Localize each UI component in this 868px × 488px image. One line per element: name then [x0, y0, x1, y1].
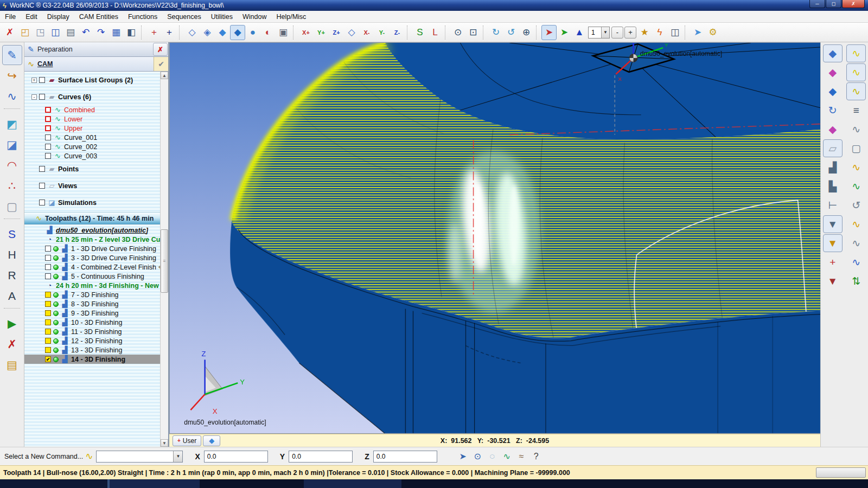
tree-checkbox[interactable]	[45, 125, 51, 131]
view-shaded-icon[interactable]: ◆	[230, 25, 245, 40]
pick-curve-icon[interactable]: ∿	[500, 449, 514, 464]
tree-tp-3[interactable]: ▟ 3 - 3D Drive Curve Finishing	[24, 253, 160, 262]
axes-xy-icon[interactable]: +	[146, 25, 162, 40]
toolpath-zlevel-icon[interactable]: ∿	[846, 44, 866, 62]
tree-tp-10[interactable]: ▟ 10 - 3D Finishing	[24, 318, 160, 327]
view-globe-icon[interactable]: ●	[245, 25, 260, 40]
tree-curve-upper[interactable]: ∿ Upper	[24, 124, 160, 133]
menu-sequences[interactable]: Sequences	[162, 11, 206, 22]
tree-checkbox[interactable]	[39, 77, 45, 83]
tree-checkbox[interactable]	[39, 200, 45, 206]
undo-icon[interactable]: ↶	[78, 25, 93, 40]
tree-checkbox[interactable]	[45, 338, 51, 344]
tree-expander[interactable]	[37, 246, 43, 252]
new-surface-group-icon[interactable]: ◪	[2, 134, 22, 155]
analysis-icon[interactable]: A	[2, 286, 22, 306]
cube-delete-icon[interactable]: ◆	[823, 63, 843, 81]
export-icon[interactable]: ◳	[33, 25, 48, 40]
view-wireframe-icon[interactable]: ◇	[184, 25, 200, 40]
scroll-down-icon[interactable]: ▼	[161, 439, 168, 447]
tree-tp-7[interactable]: ▟ 7 - 3D Finishing	[24, 290, 160, 299]
tree-curve-003[interactable]: ∿ Curve_003	[24, 151, 160, 160]
toolpath-drive-icon[interactable]: ∿	[846, 63, 866, 81]
toolpath-gray-icon[interactable]: ∿	[846, 120, 866, 138]
tree-checkbox[interactable]	[45, 255, 51, 261]
tree-expander[interactable]	[37, 255, 43, 261]
toolpath-points-icon[interactable]: ∿	[846, 177, 866, 195]
tree-checkbox[interactable]	[45, 273, 51, 279]
toolpath-delete-icon[interactable]: ✗	[2, 334, 22, 354]
view-hidden-line-icon[interactable]: ◈	[200, 25, 215, 40]
tree-tp-13[interactable]: ▟ 13 - 3D Finishing	[24, 345, 160, 355]
sequence-l-icon[interactable]: L	[427, 25, 443, 40]
tree-expander[interactable]	[37, 301, 43, 307]
tree-tp-1[interactable]: ▟ 1 - 3D Drive Curve Finishing	[24, 244, 160, 253]
tree-expander[interactable]	[37, 117, 43, 122]
zoom-window-icon[interactable]: ⊡	[465, 25, 481, 40]
cube-refresh-icon[interactable]: ↻	[823, 101, 843, 119]
tree-checkbox[interactable]	[45, 301, 51, 307]
tree-tp-14[interactable]: ✔ ▟ 14 - 3D Finishing	[24, 355, 160, 364]
view-z-plus-icon[interactable]: Z+	[329, 25, 344, 40]
tree-checkbox[interactable]	[45, 246, 51, 252]
tree-checkbox[interactable]: ✔	[45, 356, 51, 362]
cube-view-button[interactable]: ◆	[203, 435, 220, 446]
vise-icon[interactable]: ▟	[823, 158, 843, 176]
x-coordinate-input[interactable]	[204, 451, 268, 463]
layout-panel-icon[interactable]: ◧	[124, 25, 139, 40]
snapshot-icon[interactable]: ▣	[276, 25, 291, 40]
view-x-plus-icon[interactable]: X+	[298, 25, 314, 40]
grid-icon[interactable]: ▦	[108, 25, 124, 40]
tree-expander[interactable]	[31, 166, 37, 172]
view-y-minus-icon[interactable]: Y-	[374, 25, 390, 40]
tree-checkbox[interactable]	[45, 264, 51, 270]
sequence-s-icon[interactable]: S	[412, 25, 427, 40]
redo-icon[interactable]: ↷	[93, 25, 108, 40]
tree-checkbox[interactable]	[39, 166, 45, 172]
panel-close-icon[interactable]: ✗	[153, 43, 168, 56]
new-point-list-icon[interactable]: ∴	[2, 176, 22, 196]
user-view-button[interactable]: + User	[173, 435, 201, 446]
tree-curve-combined[interactable]: ∿ Combined	[24, 105, 160, 114]
holder-icon[interactable]: H	[2, 245, 22, 265]
pick-query-icon[interactable]: ➤	[456, 449, 470, 464]
tree-machine[interactable]: ▟ dmu50_evolution[automatic]	[24, 226, 160, 235]
edit-curves-icon[interactable]: ∿	[2, 86, 22, 106]
tree-expander[interactable]: -	[31, 94, 37, 100]
toolpath-manager-icon[interactable]: ▤	[2, 355, 22, 375]
tree-expander[interactable]	[37, 348, 43, 353]
menu-help-misc[interactable]: Help/Misc	[271, 11, 311, 22]
toolpath-raster-icon[interactable]: ∿	[846, 82, 866, 100]
menu-window[interactable]: Window	[238, 11, 271, 22]
rotate-target-icon[interactable]: ↺	[503, 25, 519, 40]
tree-expander[interactable]	[37, 237, 43, 242]
tree-expander[interactable]	[27, 216, 32, 221]
chevron-down-icon[interactable]: ▼	[173, 451, 182, 462]
menu-edit[interactable]: Edit	[21, 11, 42, 22]
menu-cam-entities[interactable]: CAM Entities	[74, 11, 123, 22]
stock-gray-icon[interactable]: ▱	[823, 139, 843, 157]
tree-expander[interactable]	[37, 153, 43, 159]
mode-z-axis-icon[interactable]: ▲	[572, 25, 587, 40]
save-icon[interactable]: ◫	[48, 25, 63, 40]
menu-display[interactable]: Display	[42, 11, 74, 22]
scale-minus-button[interactable]: -	[611, 27, 623, 38]
restore-button[interactable]: ◻	[826, 0, 841, 8]
pick-zoom-icon[interactable]: ⊙	[470, 449, 485, 464]
tree-scrollbar[interactable]: ▲ ≡ ▼	[160, 72, 168, 447]
compute-toolpath-icon[interactable]: ϟ	[652, 25, 667, 40]
tree-tp-12[interactable]: ▟ 12 - 3D Finishing	[24, 336, 160, 345]
tree-expander[interactable]	[37, 329, 43, 335]
tree-checkbox[interactable]	[45, 319, 51, 325]
close-button[interactable]: ✗	[842, 0, 865, 8]
cam-tab[interactable]: ∿ CAM ✔	[24, 57, 168, 72]
tree-curves[interactable]: - ▰ Curves (6)	[24, 88, 160, 105]
tree-checkbox[interactable]	[45, 153, 51, 159]
tree-checkbox[interactable]	[45, 310, 51, 316]
feed-arrows-icon[interactable]: ⇅	[846, 272, 866, 290]
tree-expander[interactable]	[37, 126, 43, 131]
abort-icon[interactable]: ✗	[2, 25, 17, 40]
machine-monitor-icon[interactable]: ◫	[667, 25, 682, 40]
tool-sim-icon[interactable]: ▼	[823, 272, 843, 290]
new-curve-list-icon[interactable]: ◠	[2, 155, 22, 175]
